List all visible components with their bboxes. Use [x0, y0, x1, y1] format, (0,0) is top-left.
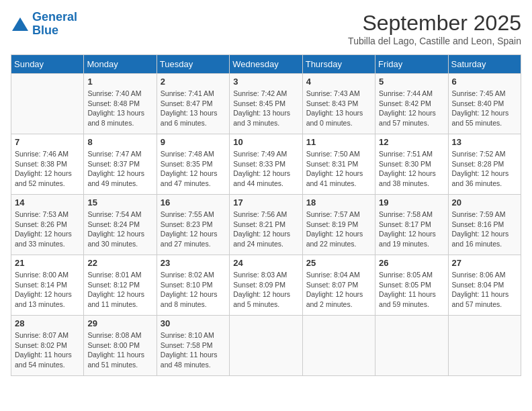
- calendar-week-row: 14Sunrise: 7:53 AM Sunset: 8:26 PM Dayli…: [11, 195, 521, 255]
- day-info: Sunrise: 8:10 AM Sunset: 7:58 PM Dayligh…: [161, 330, 226, 370]
- day-number: 12: [379, 137, 444, 147]
- day-info: Sunrise: 8:00 AM Sunset: 8:14 PM Dayligh…: [15, 270, 80, 310]
- day-info: Sunrise: 8:03 AM Sunset: 8:09 PM Dayligh…: [233, 270, 298, 310]
- day-number: 2: [161, 77, 226, 87]
- day-number: 21: [15, 258, 80, 268]
- logo: General Blue: [11, 11, 77, 38]
- day-number: 18: [306, 197, 371, 208]
- calendar-cell: 7Sunrise: 7:46 AM Sunset: 8:38 PM Daylig…: [11, 134, 84, 195]
- calendar-week-row: 21Sunrise: 8:00 AM Sunset: 8:14 PM Dayli…: [11, 255, 521, 316]
- day-number: 8: [87, 137, 152, 147]
- weekday-header: Friday: [375, 55, 448, 74]
- calendar-cell: [302, 316, 375, 376]
- day-info: Sunrise: 7:43 AM Sunset: 8:43 PM Dayligh…: [306, 89, 371, 128]
- calendar-cell: 11Sunrise: 7:50 AM Sunset: 8:31 PM Dayli…: [302, 134, 375, 195]
- day-number: 19: [379, 197, 444, 208]
- logo-icon: [11, 16, 30, 32]
- calendar-cell: 21Sunrise: 8:00 AM Sunset: 8:14 PM Dayli…: [11, 255, 84, 316]
- calendar-cell: 16Sunrise: 7:55 AM Sunset: 8:23 PM Dayli…: [157, 195, 229, 255]
- logo-text: General Blue: [32, 11, 77, 38]
- calendar-cell: [11, 74, 84, 134]
- calendar-cell: 29Sunrise: 8:08 AM Sunset: 8:00 PM Dayli…: [84, 316, 157, 376]
- day-info: Sunrise: 8:05 AM Sunset: 8:05 PM Dayligh…: [379, 270, 444, 310]
- day-number: 3: [233, 77, 298, 87]
- day-number: 15: [87, 197, 152, 208]
- calendar-cell: 3Sunrise: 7:42 AM Sunset: 8:45 PM Daylig…: [230, 74, 302, 134]
- day-number: 10: [233, 137, 298, 147]
- calendar-cell: 18Sunrise: 7:57 AM Sunset: 8:19 PM Dayli…: [302, 195, 375, 255]
- calendar-week-row: 7Sunrise: 7:46 AM Sunset: 8:38 PM Daylig…: [11, 134, 521, 195]
- calendar-cell: 27Sunrise: 8:06 AM Sunset: 8:04 PM Dayli…: [448, 255, 521, 316]
- day-info: Sunrise: 8:07 AM Sunset: 8:02 PM Dayligh…: [15, 330, 80, 370]
- weekday-header: Saturday: [448, 55, 521, 74]
- weekday-header: Wednesday: [230, 55, 302, 74]
- day-info: Sunrise: 7:49 AM Sunset: 8:33 PM Dayligh…: [233, 149, 298, 189]
- day-number: 17: [233, 197, 298, 208]
- calendar-cell: 28Sunrise: 8:07 AM Sunset: 8:02 PM Dayli…: [11, 316, 84, 376]
- calendar-cell: 17Sunrise: 7:56 AM Sunset: 8:21 PM Dayli…: [230, 195, 302, 255]
- day-number: 26: [379, 258, 444, 268]
- weekday-header: Sunday: [11, 55, 84, 74]
- day-info: Sunrise: 8:06 AM Sunset: 8:04 PM Dayligh…: [452, 270, 517, 310]
- day-number: 29: [87, 318, 152, 328]
- calendar-cell: [448, 316, 521, 376]
- calendar-cell: 1Sunrise: 7:40 AM Sunset: 8:48 PM Daylig…: [84, 74, 157, 134]
- calendar-cell: 22Sunrise: 8:01 AM Sunset: 8:12 PM Dayli…: [84, 255, 157, 316]
- day-number: 30: [161, 318, 226, 328]
- page-header: General Blue September 2025 Tubilla del …: [11, 11, 521, 46]
- weekday-header: Tuesday: [157, 55, 229, 74]
- day-number: 5: [379, 77, 444, 87]
- calendar-cell: 20Sunrise: 7:59 AM Sunset: 8:16 PM Dayli…: [448, 195, 521, 255]
- calendar-cell: 5Sunrise: 7:44 AM Sunset: 8:42 PM Daylig…: [375, 74, 448, 134]
- calendar-cell: 6Sunrise: 7:45 AM Sunset: 8:40 PM Daylig…: [448, 74, 521, 134]
- day-info: Sunrise: 7:45 AM Sunset: 8:40 PM Dayligh…: [452, 89, 517, 128]
- day-info: Sunrise: 7:55 AM Sunset: 8:23 PM Dayligh…: [161, 210, 226, 249]
- day-number: 24: [233, 258, 298, 268]
- calendar-cell: 10Sunrise: 7:49 AM Sunset: 8:33 PM Dayli…: [230, 134, 302, 195]
- day-info: Sunrise: 7:59 AM Sunset: 8:16 PM Dayligh…: [452, 210, 517, 249]
- day-info: Sunrise: 7:51 AM Sunset: 8:30 PM Dayligh…: [379, 149, 444, 189]
- day-info: Sunrise: 7:47 AM Sunset: 8:37 PM Dayligh…: [87, 149, 152, 189]
- day-number: 27: [452, 258, 517, 268]
- calendar-cell: 2Sunrise: 7:41 AM Sunset: 8:47 PM Daylig…: [157, 74, 229, 134]
- day-number: 13: [452, 137, 517, 147]
- day-info: Sunrise: 7:41 AM Sunset: 8:47 PM Dayligh…: [161, 89, 226, 128]
- day-number: 7: [15, 137, 80, 147]
- day-number: 23: [161, 258, 226, 268]
- calendar-cell: 23Sunrise: 8:02 AM Sunset: 8:10 PM Dayli…: [157, 255, 229, 316]
- day-number: 9: [161, 137, 226, 147]
- day-info: Sunrise: 7:53 AM Sunset: 8:26 PM Dayligh…: [15, 210, 80, 249]
- day-info: Sunrise: 7:40 AM Sunset: 8:48 PM Dayligh…: [87, 89, 152, 128]
- day-number: 25: [306, 258, 371, 268]
- day-info: Sunrise: 7:56 AM Sunset: 8:21 PM Dayligh…: [233, 210, 298, 249]
- calendar-cell: [230, 316, 302, 376]
- day-info: Sunrise: 7:46 AM Sunset: 8:38 PM Dayligh…: [15, 149, 80, 189]
- calendar-table: SundayMondayTuesdayWednesdayThursdayFrid…: [11, 54, 521, 376]
- day-info: Sunrise: 8:08 AM Sunset: 8:00 PM Dayligh…: [87, 330, 152, 370]
- calendar-cell: 14Sunrise: 7:53 AM Sunset: 8:26 PM Dayli…: [11, 195, 84, 255]
- calendar-cell: 15Sunrise: 7:54 AM Sunset: 8:24 PM Dayli…: [84, 195, 157, 255]
- calendar-cell: 4Sunrise: 7:43 AM Sunset: 8:43 PM Daylig…: [302, 74, 375, 134]
- day-info: Sunrise: 8:02 AM Sunset: 8:10 PM Dayligh…: [161, 270, 226, 310]
- day-number: 11: [306, 137, 371, 147]
- location-subtitle: Tubilla del Lago, Castille and Leon, Spa…: [348, 36, 521, 46]
- day-info: Sunrise: 8:04 AM Sunset: 8:07 PM Dayligh…: [306, 270, 371, 310]
- day-info: Sunrise: 7:48 AM Sunset: 8:35 PM Dayligh…: [161, 149, 226, 189]
- logo-line1: General: [32, 10, 77, 24]
- day-number: 6: [452, 77, 517, 87]
- day-info: Sunrise: 7:44 AM Sunset: 8:42 PM Dayligh…: [379, 89, 444, 128]
- day-info: Sunrise: 7:58 AM Sunset: 8:17 PM Dayligh…: [379, 210, 444, 249]
- day-info: Sunrise: 7:42 AM Sunset: 8:45 PM Dayligh…: [233, 89, 298, 128]
- title-block: September 2025 Tubilla del Lago, Castill…: [348, 11, 521, 46]
- day-number: 1: [87, 77, 152, 87]
- calendar-cell: 13Sunrise: 7:52 AM Sunset: 8:28 PM Dayli…: [448, 134, 521, 195]
- day-number: 14: [15, 197, 80, 208]
- day-info: Sunrise: 7:52 AM Sunset: 8:28 PM Dayligh…: [452, 149, 517, 189]
- calendar-cell: 9Sunrise: 7:48 AM Sunset: 8:35 PM Daylig…: [157, 134, 229, 195]
- calendar-cell: [375, 316, 448, 376]
- calendar-cell: 8Sunrise: 7:47 AM Sunset: 8:37 PM Daylig…: [84, 134, 157, 195]
- logo-line2: Blue: [32, 24, 77, 38]
- day-info: Sunrise: 8:01 AM Sunset: 8:12 PM Dayligh…: [87, 270, 152, 310]
- day-number: 22: [87, 258, 152, 268]
- calendar-week-row: 1Sunrise: 7:40 AM Sunset: 8:48 PM Daylig…: [11, 74, 521, 134]
